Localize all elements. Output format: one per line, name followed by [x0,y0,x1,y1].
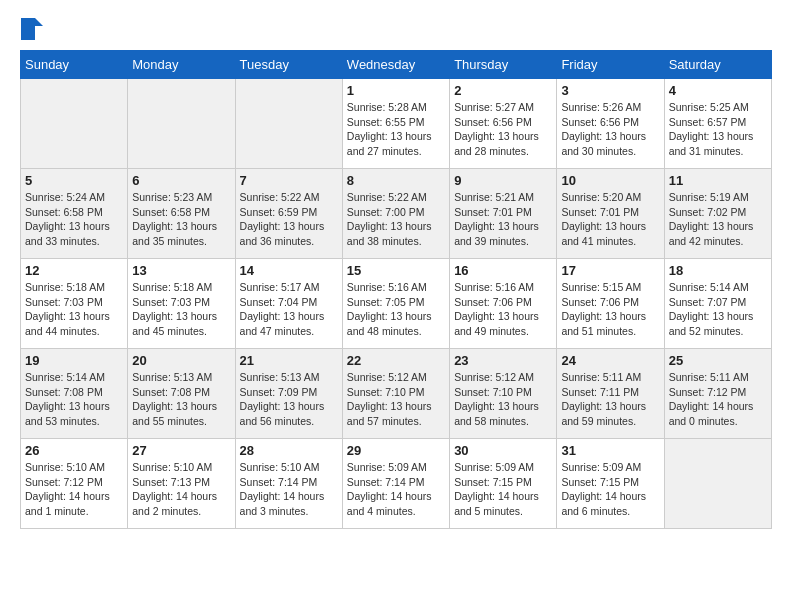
day-number: 16 [454,263,552,278]
calendar-cell: 5Sunrise: 5:24 AM Sunset: 6:58 PM Daylig… [21,169,128,259]
calendar-week-row-1: 1Sunrise: 5:28 AM Sunset: 6:55 PM Daylig… [21,79,772,169]
day-info: Sunrise: 5:13 AM Sunset: 7:09 PM Dayligh… [240,370,338,429]
day-info: Sunrise: 5:12 AM Sunset: 7:10 PM Dayligh… [347,370,445,429]
day-number: 21 [240,353,338,368]
weekday-header-saturday: Saturday [664,51,771,79]
day-number: 4 [669,83,767,98]
day-info: Sunrise: 5:09 AM Sunset: 7:15 PM Dayligh… [454,460,552,519]
day-info: Sunrise: 5:22 AM Sunset: 6:59 PM Dayligh… [240,190,338,249]
day-info: Sunrise: 5:11 AM Sunset: 7:11 PM Dayligh… [561,370,659,429]
day-info: Sunrise: 5:12 AM Sunset: 7:10 PM Dayligh… [454,370,552,429]
day-number: 11 [669,173,767,188]
weekday-header-tuesday: Tuesday [235,51,342,79]
svg-marker-0 [21,18,43,40]
day-number: 8 [347,173,445,188]
calendar-cell: 4Sunrise: 5:25 AM Sunset: 6:57 PM Daylig… [664,79,771,169]
day-number: 25 [669,353,767,368]
day-number: 23 [454,353,552,368]
calendar-cell: 29Sunrise: 5:09 AM Sunset: 7:14 PM Dayli… [342,439,449,529]
calendar-cell: 23Sunrise: 5:12 AM Sunset: 7:10 PM Dayli… [450,349,557,439]
day-info: Sunrise: 5:15 AM Sunset: 7:06 PM Dayligh… [561,280,659,339]
day-number: 28 [240,443,338,458]
day-info: Sunrise: 5:10 AM Sunset: 7:12 PM Dayligh… [25,460,123,519]
day-number: 9 [454,173,552,188]
calendar-cell: 31Sunrise: 5:09 AM Sunset: 7:15 PM Dayli… [557,439,664,529]
day-info: Sunrise: 5:20 AM Sunset: 7:01 PM Dayligh… [561,190,659,249]
day-info: Sunrise: 5:10 AM Sunset: 7:13 PM Dayligh… [132,460,230,519]
day-info: Sunrise: 5:21 AM Sunset: 7:01 PM Dayligh… [454,190,552,249]
day-number: 24 [561,353,659,368]
calendar-cell: 15Sunrise: 5:16 AM Sunset: 7:05 PM Dayli… [342,259,449,349]
calendar-cell: 13Sunrise: 5:18 AM Sunset: 7:03 PM Dayli… [128,259,235,349]
calendar-cell: 1Sunrise: 5:28 AM Sunset: 6:55 PM Daylig… [342,79,449,169]
day-number: 6 [132,173,230,188]
calendar-cell: 22Sunrise: 5:12 AM Sunset: 7:10 PM Dayli… [342,349,449,439]
day-info: Sunrise: 5:14 AM Sunset: 7:08 PM Dayligh… [25,370,123,429]
day-number: 19 [25,353,123,368]
calendar-week-row-4: 19Sunrise: 5:14 AM Sunset: 7:08 PM Dayli… [21,349,772,439]
weekday-header-monday: Monday [128,51,235,79]
day-number: 29 [347,443,445,458]
day-number: 31 [561,443,659,458]
day-number: 13 [132,263,230,278]
day-info: Sunrise: 5:17 AM Sunset: 7:04 PM Dayligh… [240,280,338,339]
day-number: 27 [132,443,230,458]
day-info: Sunrise: 5:26 AM Sunset: 6:56 PM Dayligh… [561,100,659,159]
calendar-body: 1Sunrise: 5:28 AM Sunset: 6:55 PM Daylig… [21,79,772,529]
calendar-cell: 14Sunrise: 5:17 AM Sunset: 7:04 PM Dayli… [235,259,342,349]
day-info: Sunrise: 5:28 AM Sunset: 6:55 PM Dayligh… [347,100,445,159]
calendar-cell: 16Sunrise: 5:16 AM Sunset: 7:06 PM Dayli… [450,259,557,349]
calendar-cell: 25Sunrise: 5:11 AM Sunset: 7:12 PM Dayli… [664,349,771,439]
calendar-cell: 8Sunrise: 5:22 AM Sunset: 7:00 PM Daylig… [342,169,449,259]
calendar-cell: 11Sunrise: 5:19 AM Sunset: 7:02 PM Dayli… [664,169,771,259]
calendar-cell: 18Sunrise: 5:14 AM Sunset: 7:07 PM Dayli… [664,259,771,349]
calendar-cell: 12Sunrise: 5:18 AM Sunset: 7:03 PM Dayli… [21,259,128,349]
day-info: Sunrise: 5:18 AM Sunset: 7:03 PM Dayligh… [25,280,123,339]
day-info: Sunrise: 5:14 AM Sunset: 7:07 PM Dayligh… [669,280,767,339]
weekday-header-friday: Friday [557,51,664,79]
weekday-header-sunday: Sunday [21,51,128,79]
calendar-cell [235,79,342,169]
logo-icon [21,18,43,40]
weekday-header-row: SundayMondayTuesdayWednesdayThursdayFrid… [21,51,772,79]
calendar-cell: 7Sunrise: 5:22 AM Sunset: 6:59 PM Daylig… [235,169,342,259]
calendar-cell [664,439,771,529]
day-info: Sunrise: 5:09 AM Sunset: 7:14 PM Dayligh… [347,460,445,519]
calendar-cell: 3Sunrise: 5:26 AM Sunset: 6:56 PM Daylig… [557,79,664,169]
day-number: 22 [347,353,445,368]
calendar-cell: 20Sunrise: 5:13 AM Sunset: 7:08 PM Dayli… [128,349,235,439]
calendar-cell: 2Sunrise: 5:27 AM Sunset: 6:56 PM Daylig… [450,79,557,169]
day-info: Sunrise: 5:27 AM Sunset: 6:56 PM Dayligh… [454,100,552,159]
day-number: 26 [25,443,123,458]
day-info: Sunrise: 5:13 AM Sunset: 7:08 PM Dayligh… [132,370,230,429]
calendar-cell: 6Sunrise: 5:23 AM Sunset: 6:58 PM Daylig… [128,169,235,259]
day-number: 7 [240,173,338,188]
calendar-week-row-3: 12Sunrise: 5:18 AM Sunset: 7:03 PM Dayli… [21,259,772,349]
day-info: Sunrise: 5:16 AM Sunset: 7:05 PM Dayligh… [347,280,445,339]
day-number: 14 [240,263,338,278]
calendar-table: SundayMondayTuesdayWednesdayThursdayFrid… [20,50,772,529]
calendar-cell: 19Sunrise: 5:14 AM Sunset: 7:08 PM Dayli… [21,349,128,439]
day-info: Sunrise: 5:19 AM Sunset: 7:02 PM Dayligh… [669,190,767,249]
day-number: 30 [454,443,552,458]
calendar-cell [128,79,235,169]
day-info: Sunrise: 5:09 AM Sunset: 7:15 PM Dayligh… [561,460,659,519]
day-number: 3 [561,83,659,98]
page-header [20,20,772,40]
day-info: Sunrise: 5:22 AM Sunset: 7:00 PM Dayligh… [347,190,445,249]
weekday-header-wednesday: Wednesday [342,51,449,79]
day-number: 5 [25,173,123,188]
day-info: Sunrise: 5:23 AM Sunset: 6:58 PM Dayligh… [132,190,230,249]
calendar-week-row-5: 26Sunrise: 5:10 AM Sunset: 7:12 PM Dayli… [21,439,772,529]
calendar-cell [21,79,128,169]
calendar-cell: 30Sunrise: 5:09 AM Sunset: 7:15 PM Dayli… [450,439,557,529]
day-info: Sunrise: 5:16 AM Sunset: 7:06 PM Dayligh… [454,280,552,339]
calendar-cell: 10Sunrise: 5:20 AM Sunset: 7:01 PM Dayli… [557,169,664,259]
day-number: 18 [669,263,767,278]
day-info: Sunrise: 5:24 AM Sunset: 6:58 PM Dayligh… [25,190,123,249]
weekday-header-thursday: Thursday [450,51,557,79]
day-info: Sunrise: 5:25 AM Sunset: 6:57 PM Dayligh… [669,100,767,159]
day-number: 10 [561,173,659,188]
day-number: 15 [347,263,445,278]
calendar-header: SundayMondayTuesdayWednesdayThursdayFrid… [21,51,772,79]
